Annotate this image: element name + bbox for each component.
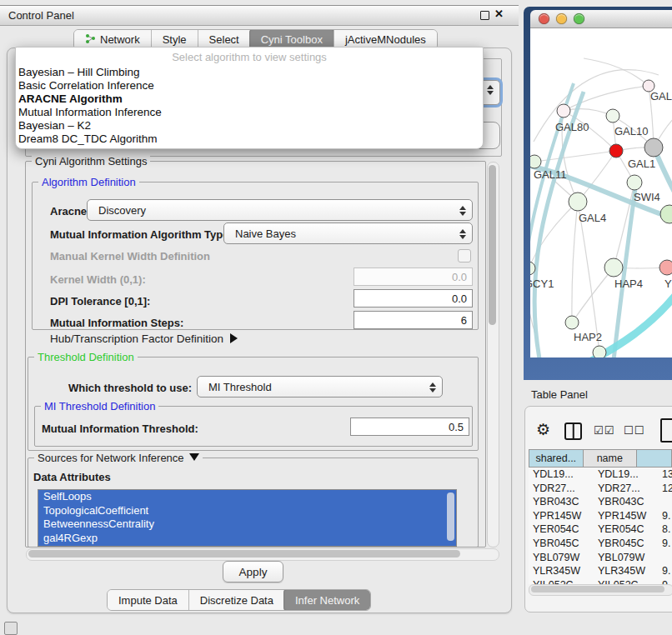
table-cell: YPR145W [529,509,594,523]
network-node[interactable] [593,346,606,358]
algorithm-option[interactable]: Dream8 DC_TDC Algorithm [16,132,483,146]
network-node-hap2[interactable] [565,316,579,329]
gear-icon[interactable]: ⚙ [536,420,550,439]
apply-button[interactable]: Apply [223,561,283,582]
network-node-gal4[interactable] [569,192,587,211]
node-table: shared...name YDL19...YDL19...13YDR27...… [529,449,672,584]
algorithm-option[interactable]: Bayesian – K2 [16,119,483,132]
tab-label: Impute Data [118,594,178,607]
node-label: GCY1 [530,278,554,290]
network-window-titlebar[interactable] [530,10,672,28]
table-cell: 9. [658,509,672,523]
table-row[interactable]: YLR345WYLR345W9. [529,564,672,578]
table-header-cell[interactable]: shared... [529,449,584,468]
settings-vertical-scrollbar[interactable] [487,162,499,548]
table-cell: YDL19... [594,468,658,482]
mi-threshold-field[interactable]: 0.5 [350,418,469,436]
network-node[interactable] [644,138,663,157]
table-cell: 13 [658,468,672,482]
table-header-cell[interactable]: name [584,449,638,468]
threshold-definition-title: Threshold Definition [34,351,138,363]
dpi-tolerance-field[interactable]: 0.0 [354,289,473,308]
show-columns-icon[interactable] [564,422,582,440]
table-cell: YIL052C [529,578,594,584]
list-scrollbar[interactable] [447,492,454,541]
dpi-tolerance-label: DPI Tolerance [0,1]: [50,295,150,308]
tab-impute-data[interactable]: Impute Data [108,590,188,610]
mi-steps-field[interactable]: 6 [354,311,473,329]
network-node-gal1[interactable] [609,144,623,158]
attribute-item[interactable]: BetweennessCentrality [38,518,456,532]
table-cell: 12 [658,482,672,496]
table-row[interactable]: YBL079WYBL079W [529,551,672,565]
kernel-width-field[interactable]: 0.0 [354,268,473,286]
algorithm-option[interactable]: ARACNE Algorithm [16,92,483,106]
which-threshold-label: Which threshold to use: [68,382,192,394]
cyni-toolbox-bottom-tabs: Impute DataDiscretize DataInfer Network [107,589,371,611]
network-edge[interactable] [572,202,578,322]
table-row[interactable]: YPR145WYPR145W9. [529,509,672,523]
network-node-gal11[interactable] [530,155,541,168]
table-cell: 8. [658,522,672,537]
aracne-mode-combo[interactable]: Discovery [87,199,473,221]
combo-stepper-icon [428,380,437,394]
tab-infer-network[interactable]: Infer Network [283,589,371,611]
table-cell: 9. [658,537,672,551]
new-table-icon[interactable] [660,418,672,442]
attribute-item[interactable]: SelfLoops [38,490,456,504]
network-node-y[interactable] [659,260,672,275]
table-cell: YLR345W [594,564,658,578]
settings-horizontal-scrollbar[interactable] [26,548,499,561]
algorithm-option[interactable]: Mutual Information Inference [16,106,483,119]
network-node-swi4[interactable] [627,175,642,190]
table-row[interactable]: YBR045CYBR045C9. [529,537,672,551]
table-header-cell[interactable] [637,449,672,468]
algorithm-option[interactable]: Basic Correlation Inference [16,79,483,92]
kernel-width-label: Kernel Width (0,1): [50,273,146,286]
tab-discretize-data[interactable]: Discretize Data [188,590,284,610]
dpi-tolerance-value: 0.0 [452,292,467,305]
table-cell: YBR043C [529,495,594,509]
algorithm-option[interactable]: Bayesian – Hill Climbing [16,66,483,79]
zoom-light-icon[interactable] [574,13,584,24]
network-node-gal80[interactable] [557,104,570,118]
close-light-icon[interactable] [539,13,549,24]
which-threshold-combo[interactable]: MI Threshold [197,376,443,398]
table-cell: YBR045C [594,537,658,551]
hub-definition-disclosure[interactable]: Hub/Transcription Factor Definition [50,332,238,345]
select-all-icon[interactable]: ☑☑ [594,424,614,437]
tab-label: jActiveMNodules [345,33,426,46]
network-edge[interactable] [572,268,614,322]
table-row[interactable]: YER054CYER054C8. [529,522,672,537]
manual-kernel-checkbox[interactable] [458,249,471,262]
table-cell [658,551,672,565]
table-cell: YDL19... [529,468,594,482]
table-cell [658,495,672,509]
network-node-gal10[interactable] [606,109,619,122]
dock-restore-icon[interactable] [4,622,18,635]
sources-disclosure[interactable]: Sources for Network Inference [34,452,203,464]
tab-label: Style [163,33,187,46]
table-row[interactable]: YBR043CYBR043C [529,495,672,509]
table-cell: YIL052C [594,578,658,584]
float-window-icon[interactable] [480,11,489,20]
unselect-all-icon[interactable]: ☐☐ [624,424,644,437]
node-label: HAP4 [614,278,643,290]
network-node[interactable] [660,205,672,223]
minimize-light-icon[interactable] [556,13,567,24]
table-row[interactable]: YDR27...YDR27...12 [529,482,672,496]
table-row[interactable]: YDL19...YDL19...13 [529,468,672,482]
network-node-hap4[interactable] [604,258,623,277]
network-edge[interactable] [578,202,599,352]
table-row[interactable]: YIL052CYIL052C9 [529,578,672,584]
data-attributes-list[interactable]: SelfLoopsTopologicalCoefficientBetweenne… [38,489,457,547]
network-edge[interactable] [584,58,649,86]
network-canvas[interactable]: GALGAL80GAL10GAL1GAL11SWI4GAL4GCY1HAP4YH… [530,28,672,358]
attribute-item[interactable]: gal4RGexp [38,532,456,546]
attribute-item[interactable]: TopologicalCoefficient [38,504,456,518]
control-panel-title: Control Panel [8,9,74,22]
close-panel-icon[interactable]: ✕ [494,8,504,20]
table-cell: YDR27... [529,482,594,496]
mi-type-combo[interactable]: Naive Bayes [223,222,473,244]
table-horizontal-scrollbar[interactable] [529,584,672,596]
